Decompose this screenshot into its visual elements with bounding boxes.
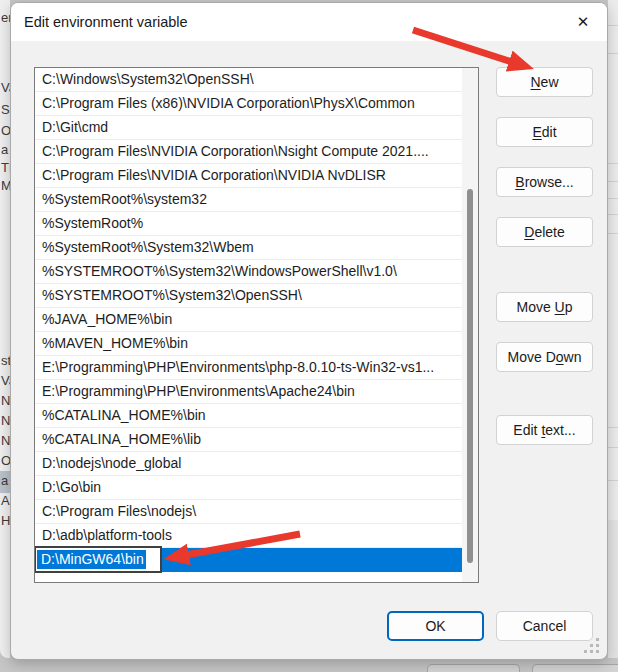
- background-text-fragment: H: [1, 513, 10, 528]
- list-item[interactable]: %SystemRoot%\system32: [35, 188, 462, 212]
- background-text-fragment: a: [1, 142, 8, 157]
- delete-button[interactable]: Delete: [496, 217, 593, 247]
- list-item-label: C:\Program Files\NVIDIA Corporation\NVID…: [42, 167, 386, 183]
- dialog-title: Edit environment variable: [24, 3, 188, 41]
- selected-text: D:\MinGW64\bin: [37, 550, 146, 569]
- list-item-label: %MAVEN_HOME%\bin: [42, 335, 188, 351]
- background-window-right-sliver: [608, 0, 618, 658]
- background-text-fragment: a: [1, 473, 8, 488]
- close-icon: ✕: [577, 13, 590, 31]
- path-list-items: D:\MinGW64\bin C:\Windows\System32\OpenS…: [35, 68, 462, 582]
- background-text-fragment: A: [1, 493, 10, 508]
- list-item[interactable]: D:\nodejs\node_global: [35, 452, 462, 476]
- list-item[interactable]: C:\Program Files\NVIDIA Corporation\NVID…: [35, 164, 462, 188]
- list-item-label: C:\Program Files\nodejs\: [42, 503, 196, 519]
- edit-text-button[interactable]: Edit text...: [496, 415, 593, 445]
- background-text-fragment: NV: [1, 393, 10, 408]
- move-down-button[interactable]: Move Down: [496, 342, 593, 372]
- move-up-button[interactable]: Move Up: [496, 292, 593, 322]
- background-text-fragment: er: [1, 10, 10, 25]
- scrollbar[interactable]: [462, 68, 478, 582]
- list-item[interactable]: D:\adb\platform-tools: [35, 524, 462, 548]
- list-item-label: C:\Windows\System32\OpenSSH\: [42, 71, 254, 87]
- list-item[interactable]: %CATALINA_HOME%\lib: [35, 428, 462, 452]
- list-item-label: %SYSTEMROOT%\System32\WindowsPowerShell\…: [42, 263, 397, 279]
- list-item-label: %SystemRoot%\system32: [42, 191, 207, 207]
- background-text-fragment: NV: [1, 413, 10, 428]
- list-item[interactable]: %SYSTEMROOT%\System32\WindowsPowerShell\…: [35, 260, 462, 284]
- list-item[interactable]: %JAVA_HOME%\bin: [35, 308, 462, 332]
- edit-button[interactable]: Edit: [496, 117, 593, 147]
- background-text-fragment: Or: [1, 123, 10, 138]
- background-partial-button: [532, 664, 618, 672]
- cancel-button[interactable]: Cancel: [496, 611, 593, 641]
- resize-grip-icon[interactable]: [584, 638, 587, 641]
- list-item-label: %SYSTEMROOT%\System32\OpenSSH\: [42, 287, 302, 303]
- background-text-fragment: M: [1, 178, 10, 193]
- list-item[interactable]: %SystemRoot%\System32\Wbem: [35, 236, 462, 260]
- list-item[interactable]: %MAVEN_HOME%\bin: [35, 332, 462, 356]
- background-text-fragment: Va: [1, 373, 10, 388]
- list-item-selected[interactable]: D:\MinGW64\bin: [35, 548, 462, 572]
- background-text-fragment: NV: [1, 433, 10, 448]
- list-item-label: E:\Programming\PHP\Environments\php-8.0.…: [42, 359, 434, 375]
- background-text-fragment: st: [1, 353, 10, 368]
- path-list: D:\MinGW64\bin C:\Windows\System32\OpenS…: [34, 67, 479, 583]
- background-text-fragment: SC: [1, 102, 10, 117]
- list-item-label: E:\Programming\PHP\Environments\Apache24…: [42, 383, 355, 399]
- list-item-label: %SystemRoot%\System32\Wbem: [42, 239, 254, 255]
- background-text-fragment: TE: [1, 160, 10, 175]
- list-item-label: %CATALINA_HOME%\bin: [42, 407, 206, 423]
- list-item[interactable]: %SystemRoot%: [35, 212, 462, 236]
- list-item[interactable]: C:\Program Files (x86)\NVIDIA Corporatio…: [35, 92, 462, 116]
- list-item[interactable]: E:\Programming\PHP\Environments\php-8.0.…: [35, 356, 462, 380]
- list-item-label: D:\Go\bin: [42, 479, 101, 495]
- list-item-label: D:\nodejs\node_global: [42, 455, 181, 471]
- close-button[interactable]: ✕: [569, 8, 597, 36]
- list-item-label: C:\Program Files\NVIDIA Corporation\Nsig…: [42, 143, 429, 159]
- list-item-label: D:\Git\cmd: [42, 119, 108, 135]
- ok-button[interactable]: OK: [387, 611, 484, 641]
- title-bar: Edit environment variable ✕: [11, 3, 607, 41]
- list-item[interactable]: E:\Programming\PHP\Environments\Apache24…: [35, 380, 462, 404]
- list-item-label: %JAVA_HOME%\bin: [42, 311, 172, 327]
- list-item-label: D:\adb\platform-tools: [42, 527, 172, 543]
- list-item[interactable]: D:\Git\cmd: [35, 116, 462, 140]
- background-window-left-sliver: er Va SC Or a TE M st Va NV NV NV OS a A…: [0, 0, 10, 658]
- new-button[interactable]: New: [496, 67, 593, 97]
- background-partial-button: [427, 664, 520, 672]
- list-item[interactable]: C:\Program Files\NVIDIA Corporation\Nsig…: [35, 140, 462, 164]
- list-item-label: %SystemRoot%: [42, 215, 143, 231]
- scrollbar-thumb[interactable]: [467, 189, 473, 563]
- list-item-label: %CATALINA_HOME%\lib: [42, 431, 201, 447]
- list-item[interactable]: D:\Go\bin: [35, 476, 462, 500]
- inline-edit-input[interactable]: D:\MinGW64\bin: [35, 546, 162, 573]
- edit-environment-variable-dialog: Edit environment variable ✕ D:\MinGW64\b…: [10, 2, 608, 660]
- list-item[interactable]: %SYSTEMROOT%\System32\OpenSSH\: [35, 284, 462, 308]
- background-text-fragment: Va: [1, 80, 10, 95]
- list-item-label: C:\Program Files (x86)\NVIDIA Corporatio…: [42, 95, 415, 111]
- list-item[interactable]: C:\Program Files\nodejs\: [35, 500, 462, 524]
- browse-button[interactable]: Browse...: [496, 167, 593, 197]
- background-text-fragment: OS: [1, 453, 10, 468]
- list-item[interactable]: C:\Windows\System32\OpenSSH\: [35, 68, 462, 92]
- list-item[interactable]: %CATALINA_HOME%\bin: [35, 404, 462, 428]
